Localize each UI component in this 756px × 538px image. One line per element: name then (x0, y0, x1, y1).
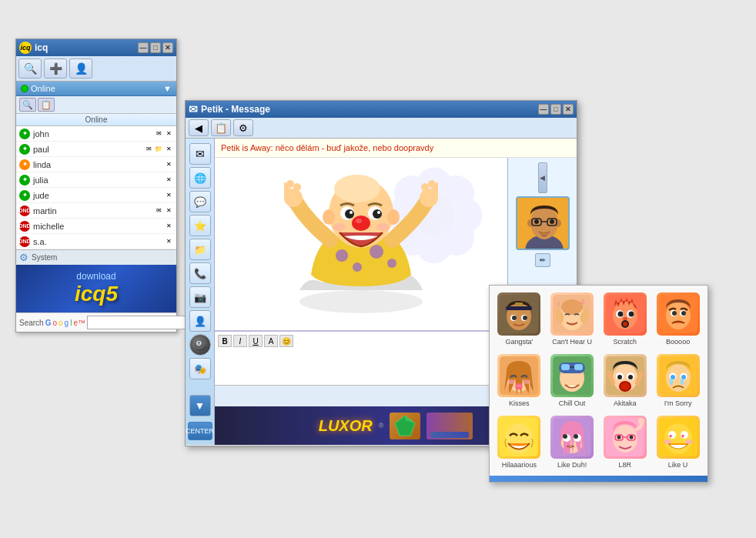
emoticon-im-sorry[interactable]: I'm Sorry (651, 350, 704, 412)
close-icon-john[interactable]: ✕ (164, 129, 173, 139)
contact-item-julia[interactable]: ✦ julia ✕ (16, 172, 176, 188)
message-window-title: Petik - Message (201, 104, 270, 115)
msg-close-button[interactable]: ✕ (563, 104, 574, 115)
history-button[interactable]: 📋 (211, 119, 231, 136)
add-user-button[interactable]: ➕ (44, 58, 67, 79)
find-user-button[interactable]: 🔍 (18, 58, 42, 79)
google-search-bar: Search Google™ » (16, 312, 176, 332)
emoticon-l8r[interactable]: L8R (599, 412, 652, 473)
cant-hear-u-face: ♪ ♫ (550, 292, 594, 336)
contact-actions-martin: ✉ ✕ (154, 206, 173, 216)
collapse-button[interactable]: ▼ (189, 395, 211, 416)
icq-window-title: icq (35, 42, 48, 53)
chill-out-label: Chill Out (559, 399, 586, 408)
svg-point-32 (350, 211, 353, 214)
emoticon-like-duh[interactable]: Like Duh! (546, 412, 599, 473)
mode-button-1[interactable]: ✉ (189, 143, 211, 165)
msg-maximize-button[interactable]: □ (550, 104, 561, 115)
person-button[interactable]: 👤 (189, 310, 211, 332)
close-icon-michelle[interactable]: ✕ (164, 222, 173, 231)
close-button[interactable]: ✕ (162, 42, 173, 53)
close-icon-martin[interactable]: ✕ (164, 206, 173, 216)
svg-point-33 (377, 211, 380, 214)
minimize-button[interactable]: — (138, 42, 149, 53)
phone-button[interactable]: 📞 (189, 262, 211, 284)
emoticon-cant-hear-u[interactable]: ♪ ♫ Can't Hear U (546, 289, 599, 350)
globe-button[interactable]: 🌐 (189, 167, 211, 189)
extra-button[interactable]: 🎭 (189, 358, 211, 379)
contact-item-jude[interactable]: ✦ jude ✕ (16, 188, 176, 203)
camera-button[interactable]: 📷 (189, 286, 211, 308)
maximize-button[interactable]: □ (150, 42, 161, 53)
svg-point-99 (666, 364, 691, 392)
game-button[interactable]: 🎱 (189, 334, 211, 356)
msg-minimize-button[interactable]: — (538, 104, 549, 115)
svg-point-18 (293, 183, 301, 191)
contact-actions-linda: ✕ (164, 160, 173, 169)
bold-button[interactable]: B (218, 335, 232, 347)
contact-item-john[interactable]: ✦ john ✉ ✕ (16, 126, 176, 142)
font-button[interactable]: A (264, 335, 278, 347)
emoticon-hilaaarious[interactable]: Hilaaarious (493, 412, 546, 473)
emoticon-gangsta[interactable]: Gangsta' (493, 289, 546, 350)
star-button[interactable]: ⭐ (189, 215, 211, 236)
close-icon-sa[interactable]: ✕ (164, 237, 173, 246)
underline-button[interactable]: U (249, 335, 263, 347)
emoticon-chill-out[interactable]: Chill Out (546, 350, 599, 412)
settings-button[interactable]: ⚙ (233, 119, 253, 136)
google-brand-g2: g (65, 319, 69, 327)
file-icon-paul[interactable]: 📁 (154, 145, 163, 154)
search-contacts-button[interactable]: 🔍 (19, 98, 36, 112)
center-button[interactable]: CENTER (188, 422, 212, 440)
expand-panel-button[interactable]: ◀ (538, 162, 547, 193)
status-dropdown[interactable]: Online (21, 84, 55, 93)
prev-message-button[interactable]: ◀ (189, 119, 209, 136)
contact-status-icon-linda: ✦ (19, 159, 30, 170)
people-button[interactable]: 👤 (69, 58, 92, 79)
message-icon-john[interactable]: ✉ (154, 129, 163, 139)
google-search-input[interactable] (87, 316, 189, 329)
svg-rect-56 (515, 302, 523, 306)
google-brand-o1: o (52, 319, 57, 327)
svg-point-36 (333, 223, 346, 231)
icq-logo-icon: icq (19, 42, 32, 54)
italic-button[interactable]: I (233, 335, 247, 347)
emoticon-panel-bottom-bar (490, 476, 707, 482)
contact-status-icon-julia: ✦ (19, 175, 30, 185)
svg-rect-51 (506, 306, 532, 310)
message-titlebar-buttons: — □ ✕ (538, 104, 574, 115)
message-left-sidebar: ✉ 🌐 💬 ⭐ 📁 📞 📷 👤 🎱 🎭 ▼ CENTER (186, 139, 215, 445)
akitaka-label: Akitaka (614, 399, 637, 408)
emoticon-like-u[interactable]: ♥ ♥ Like U (651, 412, 704, 473)
contact-item-michelle[interactable]: DND michelle ✕ (16, 219, 176, 234)
contact-item-linda[interactable]: ✦ linda ✕ (16, 157, 176, 172)
message-icon-martin[interactable]: ✉ (154, 206, 163, 216)
file-button[interactable]: 📁 (189, 239, 211, 260)
message-icon-paul[interactable]: ✉ (144, 145, 153, 154)
emoticon-kisses[interactable]: Kisses (493, 350, 546, 412)
close-icon-linda[interactable]: ✕ (164, 160, 173, 169)
close-icon-paul[interactable]: ✕ (164, 145, 173, 154)
svg-rect-87 (561, 364, 570, 370)
emoticon-akitaka[interactable]: Akitaka (599, 350, 652, 412)
svg-point-78 (681, 311, 686, 316)
filter-button[interactable]: 📋 (38, 98, 55, 112)
contact-item-paul[interactable]: ✦ paul ✉ 📁 ✕ (16, 142, 176, 157)
close-icon-jude[interactable]: ✕ (164, 191, 173, 200)
chill-out-face (550, 354, 594, 397)
chat-button[interactable]: 💬 (189, 191, 211, 212)
status-bar[interactable]: Online ▼ (16, 82, 176, 96)
contact-item-martin[interactable]: DND martin ✉ ✕ (16, 203, 176, 219)
icq5-ad-banner[interactable]: download icq5 (16, 265, 176, 312)
emoticon-scratch[interactable]: Scratch (599, 289, 652, 350)
search-prefix-label: Search (19, 319, 44, 327)
emoji-button[interactable]: 😊 (279, 335, 293, 347)
dropdown-arrow-icon: ▼ (163, 84, 172, 93)
luxor-road-preview (427, 413, 473, 439)
close-icon-julia[interactable]: ✕ (164, 175, 173, 185)
contact-item-sa[interactable]: DND s.a. ✕ (16, 234, 176, 249)
emoticon-booooo[interactable]: Booooo (651, 289, 704, 350)
kisses-label: Kisses (509, 399, 530, 408)
svg-point-77 (672, 311, 677, 316)
avatar-edit-button[interactable]: ✏ (535, 253, 550, 267)
